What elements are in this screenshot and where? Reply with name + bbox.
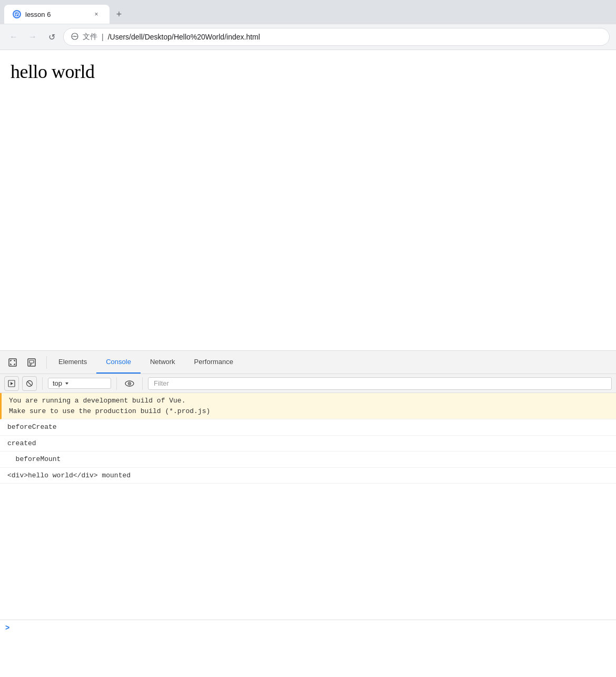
page-heading: hello world xyxy=(11,61,605,83)
tab-close-button[interactable]: × xyxy=(92,9,101,19)
eye-icon-button[interactable] xyxy=(122,376,137,391)
console-output: You are running a development build of V… xyxy=(0,393,616,620)
new-tab-button[interactable]: + xyxy=(112,7,126,22)
svg-marker-10 xyxy=(11,382,13,385)
toolbar-divider xyxy=(46,356,47,369)
tab-title: lesson 6 xyxy=(25,11,87,18)
console-input[interactable] xyxy=(13,624,611,632)
filter-input[interactable]: Filter xyxy=(148,377,612,390)
console-divider xyxy=(42,377,43,390)
url-path: /Users/dell/Desktop/Hello%20World/index.… xyxy=(108,33,260,41)
svg-rect-4 xyxy=(9,359,16,366)
devtools-icons xyxy=(0,354,44,371)
svg-point-16 xyxy=(129,383,130,384)
context-selector[interactable]: top xyxy=(48,378,111,389)
tab-performance[interactable]: Performance xyxy=(185,351,243,374)
console-prompt-icon: > xyxy=(5,623,9,632)
url-label: 文件 xyxy=(83,32,97,42)
devtools-toolbar: Elements Console Network Performance xyxy=(0,351,616,374)
mounted-text: <div>hello world</div> mounted xyxy=(7,470,131,481)
console-message-beforecreate: beforeCreate xyxy=(0,419,616,436)
page-content: hello world xyxy=(0,50,616,350)
console-message-vue-warning: You are running a development build of V… xyxy=(0,393,616,419)
tab-network[interactable]: Network xyxy=(141,351,185,374)
devtools-tabs: Elements Console Network Performance xyxy=(49,351,616,374)
url-security-icon xyxy=(71,33,78,42)
active-tab[interactable]: lesson 6 × xyxy=(4,5,110,24)
svg-marker-13 xyxy=(65,382,68,385)
url-separator: | xyxy=(102,33,104,41)
console-divider2 xyxy=(116,377,117,390)
refresh-button[interactable]: ↺ xyxy=(44,30,59,44)
cursor-icon-button[interactable] xyxy=(4,354,21,371)
svg-rect-5 xyxy=(28,359,35,366)
tab-console[interactable]: Console xyxy=(96,351,141,374)
address-bar: ← → ↺ 文件 | /Users/dell/Desktop/Hello%20W… xyxy=(0,24,616,50)
beforemount-text: beforeMount xyxy=(7,454,61,465)
tab-elements[interactable]: Elements xyxy=(49,351,96,374)
tab-bar: lesson 6 × + xyxy=(0,0,616,24)
inspect-icon-button[interactable] xyxy=(23,354,40,371)
created-text: created xyxy=(7,438,36,449)
browser-chrome: lesson 6 × + ← → ↺ 文件 | /Users/dell/Desk… xyxy=(0,0,616,50)
devtools-panel: Elements Console Network Performance xyxy=(0,350,616,635)
console-message-created: created xyxy=(0,436,616,452)
back-button[interactable]: ← xyxy=(6,30,21,44)
console-input-row: > xyxy=(0,620,616,635)
forward-button[interactable]: → xyxy=(25,30,40,44)
beforecreate-text: beforeCreate xyxy=(7,422,57,433)
console-message-beforemount: beforeMount xyxy=(0,452,616,468)
svg-rect-6 xyxy=(29,360,34,363)
url-bar[interactable]: 文件 | /Users/dell/Desktop/Hello%20World/i… xyxy=(63,28,610,46)
console-toolbar: top Filter xyxy=(0,374,616,393)
block-icon-button[interactable] xyxy=(22,376,37,391)
console-divider3 xyxy=(142,377,143,390)
play-icon-button[interactable] xyxy=(4,376,19,391)
vue-warning-text: You are running a development build of V… xyxy=(9,396,210,416)
svg-line-12 xyxy=(27,381,32,386)
console-message-mounted: <div>hello world</div> mounted xyxy=(0,468,616,484)
tab-favicon xyxy=(13,10,21,18)
